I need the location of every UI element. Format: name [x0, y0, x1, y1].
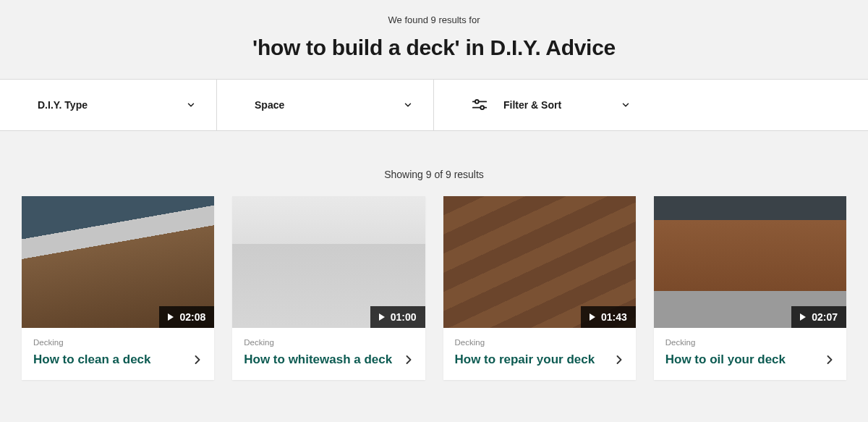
result-card[interactable]: 01:00 Decking How to whitewash a deck	[232, 196, 425, 380]
search-header: We found 9 results for 'how to build a d…	[0, 0, 868, 79]
card-body: Decking How to oil your deck	[654, 328, 846, 380]
card-title: How to oil your deck	[665, 353, 786, 367]
result-card[interactable]: 02:08 Decking How to clean a deck	[22, 196, 214, 380]
results-grid: 02:08 Decking How to clean a deck 01:00 …	[0, 196, 868, 380]
card-thumbnail: 01:43	[443, 196, 636, 328]
filter-label: D.I.Y. Type	[38, 99, 88, 111]
card-category: Decking	[33, 338, 203, 347]
duration-text: 01:00	[391, 311, 417, 323]
chevron-down-icon	[403, 100, 413, 110]
play-icon	[168, 313, 174, 321]
filter-diy-type[interactable]: D.I.Y. Type	[0, 80, 217, 130]
search-title: 'how to build a deck' in D.I.Y. Advice	[0, 35, 868, 60]
card-body: Decking How to repair your deck	[443, 328, 636, 380]
play-icon	[590, 313, 595, 321]
result-card[interactable]: 01:43 Decking How to repair your deck	[443, 196, 636, 380]
card-body: Decking How to whitewash a deck	[232, 328, 425, 380]
filter-bar: D.I.Y. Type Space Filter & Sort	[0, 79, 868, 131]
video-duration-badge: 02:08	[159, 306, 214, 328]
video-duration-badge: 02:07	[791, 306, 846, 328]
svg-point-1	[475, 100, 479, 104]
chevron-down-icon	[186, 100, 196, 110]
results-count-text: We found 9 results for	[0, 14, 868, 25]
video-duration-badge: 01:00	[370, 306, 425, 328]
card-thumbnail: 01:00	[232, 196, 425, 328]
duration-text: 02:08	[179, 311, 205, 323]
chevron-right-icon	[825, 355, 835, 365]
duration-text: 01:43	[601, 311, 627, 323]
card-category: Decking	[455, 338, 624, 347]
svg-point-3	[480, 106, 484, 109]
chevron-down-icon	[621, 100, 631, 110]
card-title: How to repair your deck	[455, 353, 595, 367]
duration-text: 02:07	[812, 311, 838, 323]
card-title: How to whitewash a deck	[244, 353, 392, 367]
filter-label: Space	[255, 99, 284, 111]
filter-sort[interactable]: Filter & Sort	[434, 80, 651, 130]
play-icon	[800, 313, 806, 321]
card-title: How to clean a deck	[33, 353, 151, 367]
card-thumbnail: 02:07	[654, 196, 846, 328]
card-thumbnail: 02:08	[22, 196, 214, 328]
card-category: Decking	[665, 338, 835, 347]
play-icon	[379, 313, 385, 321]
result-card[interactable]: 02:07 Decking How to oil your deck	[654, 196, 846, 380]
filter-space[interactable]: Space	[217, 80, 434, 130]
chevron-right-icon	[404, 355, 414, 365]
card-category: Decking	[244, 338, 413, 347]
showing-text: Showing 9 of 9 results	[0, 131, 868, 196]
sliders-icon	[472, 98, 488, 111]
card-body: Decking How to clean a deck	[22, 328, 214, 380]
chevron-right-icon	[614, 355, 624, 365]
filter-label: Filter & Sort	[503, 99, 561, 111]
chevron-right-icon	[192, 355, 203, 365]
video-duration-badge: 01:43	[581, 306, 636, 328]
